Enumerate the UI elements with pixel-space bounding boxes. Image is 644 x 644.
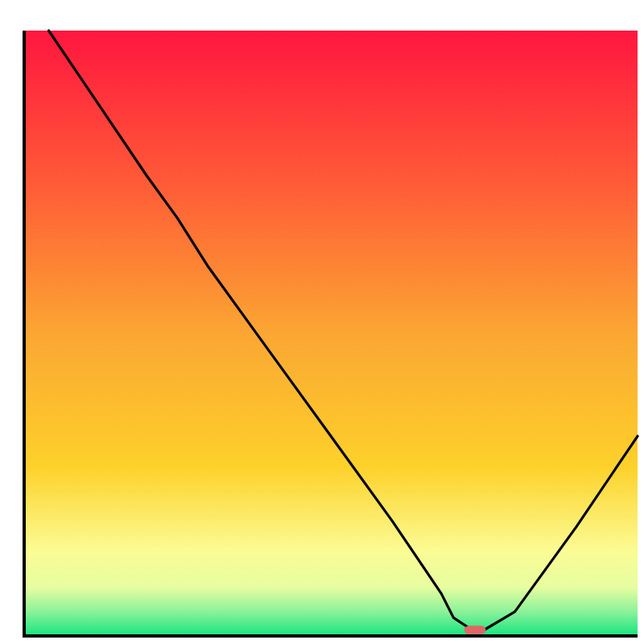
bottleneck-chart: TheBottleneck.com (0, 0, 644, 644)
chart-svg (0, 0, 644, 644)
top-margin (0, 0, 644, 31)
gradient-background (24, 31, 638, 636)
left-margin (0, 0, 24, 644)
right-margin (638, 0, 644, 644)
optimum-marker (464, 625, 486, 634)
